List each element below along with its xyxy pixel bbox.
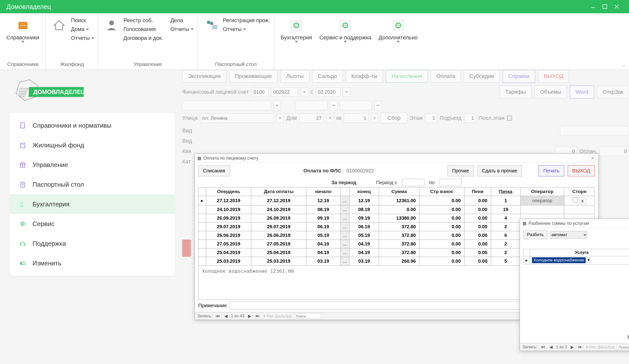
- payments-close-button[interactable]: ✕: [589, 155, 596, 161]
- detail-button[interactable]: ...: [340, 223, 349, 231]
- apt-input[interactable]: [344, 113, 368, 123]
- ribbon-contracts[interactable]: Договора и док.: [123, 35, 163, 41]
- tab-Объемы[interactable]: Объемы: [534, 86, 567, 98]
- ribbon-reports-3[interactable]: Отчеты: [223, 26, 270, 32]
- period-to[interactable]: [440, 179, 462, 186]
- sidebar-item-5[interactable]: Сервис: [10, 214, 175, 234]
- detail-button[interactable]: ...: [340, 214, 349, 223]
- detail-button[interactable]: ...: [340, 196, 349, 205]
- ribbon-directories[interactable]: Справочники: [4, 16, 42, 44]
- fls-code2[interactable]: [271, 87, 298, 97]
- sidebar-item-4[interactable]: −×+=Бухгалтерия: [10, 194, 175, 214]
- entrance-input[interactable]: [464, 113, 476, 123]
- table-row[interactable]: 24.10.201924.10.201908.19...08.190.000.0…: [198, 205, 595, 214]
- sidebar-item-1[interactable]: Жилищный фонд: [10, 135, 175, 155]
- tab-Льготы[interactable]: Льготы: [281, 70, 309, 83]
- sidebar-item-7[interactable]: Изменить: [10, 253, 175, 273]
- ribbon-cases[interactable]: Дела: [170, 17, 194, 24]
- svg-rect-43: [24, 244, 25, 246]
- ribbon-collapse[interactable]: ︿: [622, 62, 627, 68]
- sidebar-item-3[interactable]: Паспортный стол: [10, 175, 175, 194]
- tab-Начисления[interactable]: Начисления: [386, 70, 428, 83]
- period-dropdown[interactable]: [343, 87, 350, 97]
- nav-prev[interactable]: ◀: [223, 314, 229, 319]
- ribbon-owners-registry[interactable]: Реестр соб.: [123, 17, 163, 24]
- house-input[interactable]: [299, 113, 324, 123]
- minimize-button[interactable]: [587, 2, 599, 11]
- tab-ОткрЗак[interactable]: ОткрЗак: [597, 86, 629, 98]
- detail-button[interactable]: ...: [340, 231, 349, 240]
- tab-Коэфф-ты[interactable]: Коэфф-ты: [346, 70, 383, 83]
- fls-period[interactable]: [316, 87, 340, 97]
- ribbon-voting[interactable]: Голосования: [123, 26, 163, 32]
- ribbon-registration[interactable]: Регистрация прож.: [223, 17, 270, 24]
- split-mode[interactable]: автомат: [550, 231, 587, 239]
- tab-Сальдо[interactable]: Сальдо: [312, 70, 343, 83]
- sidebar-item-0[interactable]: Справочники и нормативы: [10, 116, 175, 135]
- ribbon-houses[interactable]: Дома: [71, 26, 94, 32]
- service-cell[interactable]: Холодное водоснабжение: [532, 257, 586, 263]
- grid-icon: ▦: [197, 155, 201, 161]
- ribbon-accounting[interactable]: Бухгалтерия: [278, 16, 314, 44]
- detail-button[interactable]: ...: [340, 257, 349, 266]
- row-selector[interactable]: ▸: [524, 256, 530, 264]
- tab-Справки[interactable]: Справки: [503, 70, 535, 83]
- tab-Тарифы[interactable]: Тарифы: [500, 86, 531, 98]
- lastfloor-checkbox[interactable]: [507, 116, 512, 120]
- tab-Оплата[interactable]: Оплата: [431, 70, 461, 83]
- print-button[interactable]: Печать: [539, 165, 564, 176]
- fls-dropdown[interactable]: [301, 87, 308, 97]
- svg-rect-42: [20, 244, 21, 246]
- writeoff-button[interactable]: Списания: [198, 165, 230, 176]
- tab-Word[interactable]: Word: [570, 86, 594, 98]
- ribbon-reports-1[interactable]: Отчеты: [71, 35, 94, 41]
- svg-rect-28: [21, 144, 22, 145]
- detail-button[interactable]: ...: [340, 248, 349, 257]
- nav-search[interactable]: [294, 313, 321, 319]
- close-button[interactable]: [611, 2, 623, 11]
- nav-next[interactable]: ▶: [247, 314, 252, 319]
- to-other-button[interactable]: Сдать в прочие: [477, 165, 522, 176]
- tab-Проживающие[interactable]: Проживающие: [229, 70, 278, 83]
- svg-point-40: [21, 222, 25, 226]
- svg-rect-12: [213, 25, 217, 29]
- headset-icon: [19, 240, 27, 247]
- street-input[interactable]: [200, 113, 274, 123]
- ribbon-user-icon: [102, 16, 121, 35]
- maximize-button[interactable]: [599, 2, 611, 11]
- ribbon-additional[interactable]: Дополнительно: [376, 16, 420, 44]
- svg-rect-1: [603, 5, 607, 9]
- sidebar-item-2[interactable]: Управление: [10, 155, 175, 175]
- bank-icon: [19, 161, 27, 169]
- collect-button[interactable]: Сбор: [381, 113, 407, 123]
- svg-point-41: [22, 223, 23, 225]
- calc-icon: −×+=: [19, 200, 27, 208]
- sidebar-item-6[interactable]: Поддержка: [10, 234, 175, 253]
- split-button[interactable]: Разбить: [523, 230, 547, 239]
- table-row[interactable]: ▸27.12.201927.12.201912.19...12.1912361.…: [198, 196, 595, 205]
- gear-icon: [19, 220, 27, 228]
- nav-last[interactable]: ⏭: [255, 314, 261, 319]
- filter-empty2[interactable]: [296, 101, 327, 110]
- fls-code1[interactable]: [251, 87, 269, 97]
- logo: ПРОГРАММНЫЙКОМПЛЕКСДОМОВЛАДЕЛЕЦ: [10, 77, 175, 105]
- filter-empty1[interactable]: [182, 101, 271, 110]
- floor-input[interactable]: [425, 113, 437, 123]
- tab-Экспликация[interactable]: Экспликация: [182, 70, 226, 83]
- ribbon-reports-2[interactable]: Отчеты: [170, 26, 194, 32]
- filter-empty3[interactable]: [340, 101, 372, 110]
- tab-ВЫХОД[interactable]: ВЫХОД: [538, 70, 569, 83]
- svg-point-18: [396, 23, 401, 28]
- ribbon-service[interactable]: Сервис и поддержка: [317, 16, 374, 44]
- other-button[interactable]: Прочие: [448, 165, 474, 176]
- svg-text:ДОМОВЛАДЕЛЕЦ: ДОМОВЛАДЕЛЕЦ: [33, 89, 84, 95]
- detail-button[interactable]: ...: [340, 205, 349, 214]
- exit-button[interactable]: ВЫХОД: [568, 165, 595, 176]
- detail-button[interactable]: ...: [340, 240, 349, 248]
- tab-Субсидии[interactable]: Субсидии: [464, 70, 500, 83]
- ribbon-search[interactable]: Поиск: [71, 17, 94, 24]
- svg-text:+=: +=: [20, 204, 23, 208]
- period-from[interactable]: [402, 179, 424, 186]
- svg-point-14: [294, 23, 299, 28]
- nav-first[interactable]: ⏮: [215, 314, 221, 319]
